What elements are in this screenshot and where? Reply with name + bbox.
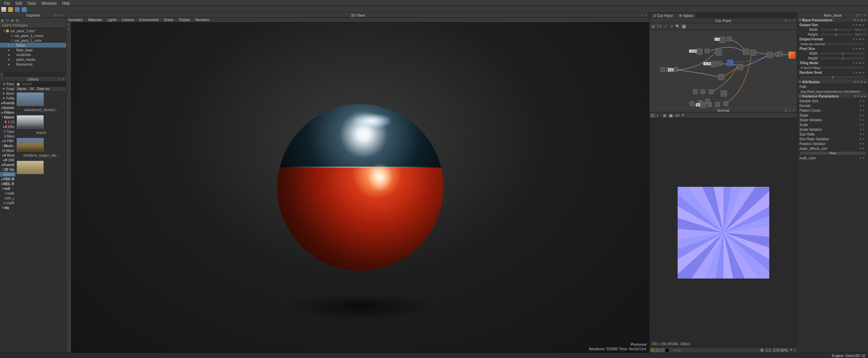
close-icon[interactable]: × <box>62 77 65 81</box>
menu-windows[interactable]: Windows <box>39 1 59 5</box>
lib-category[interactable]: Blending <box>0 134 16 139</box>
camera-icon[interactable]: ▫ <box>637 14 640 17</box>
graph-node[interactable] <box>727 60 733 66</box>
close-icon[interactable]: × <box>645 14 648 17</box>
alpha-icon[interactable]: ▪ <box>657 113 661 118</box>
lib-category[interactable]: ▼nvidia <box>0 191 16 196</box>
graph-node[interactable] <box>721 90 727 96</box>
tree-item[interactable]: ▶flake_base <box>0 48 66 52</box>
graph-node[interactable] <box>716 50 722 56</box>
uv-label[interactable]: UV <box>675 114 680 117</box>
find-icon[interactable]: i <box>1 73 2 77</box>
save-all-icon[interactable] <box>22 7 26 12</box>
info-icon[interactable]: i <box>663 24 668 29</box>
lib-category[interactable]: ▶Function Nodes <box>0 101 16 105</box>
view3d-menu-geometry[interactable]: Geometry <box>68 18 83 22</box>
graph-node[interactable] <box>727 37 732 41</box>
play-icon[interactable]: ▶ <box>1 18 4 23</box>
graph-node[interactable]: -0.05 <box>696 49 702 55</box>
lib-category[interactable]: ▶Mask Generators <box>0 148 16 153</box>
graph-node[interactable]: Sat <box>673 67 678 72</box>
footer-icon[interactable]: ▫ <box>673 348 674 352</box>
tree-item[interactable]: ▶flakes <box>0 43 66 48</box>
explorer-find-input[interactable] <box>3 73 65 77</box>
tree-item[interactable]: car_paint_1_color <box>0 38 66 43</box>
maximize-icon[interactable]: □ <box>789 109 792 112</box>
lib-category[interactable]: Transforms <box>0 129 16 134</box>
graph-node[interactable]: 50 <box>700 102 706 108</box>
settings-icon[interactable]: ⚙ <box>16 18 19 23</box>
open-icon[interactable] <box>8 7 13 12</box>
prop-param[interactable]: slope_affects_size↻▾ <box>797 146 868 151</box>
maximize-icon[interactable]: □ <box>641 14 644 17</box>
lib-category[interactable]: ★Favorites <box>0 82 16 86</box>
grid-icon[interactable]: ▦ <box>17 82 20 86</box>
lib-category[interactable]: ▶Utilities <box>0 158 16 162</box>
view3d-viewport[interactable]: Photoreal Iterations: 52/500 Time: 0m2s/… <box>71 22 649 353</box>
grid-icon[interactable]: ⊞ <box>663 113 667 118</box>
lib-category[interactable]: ▶Filters <box>0 110 16 115</box>
thumbnail-item[interactable]: airport <box>16 114 66 137</box>
normal-viewport[interactable]: 256 x 256 (RGBA, 16bpc) <box>649 118 797 347</box>
prop-param[interactable]: Position Variation↻▾ <box>797 141 868 146</box>
library-search-input[interactable] <box>20 82 65 86</box>
tree-item[interactable]: ▶Resources <box>0 62 66 67</box>
pin-icon[interactable]: ⊡ <box>785 109 788 112</box>
graph-node[interactable] <box>750 50 756 56</box>
prop-param[interactable]: Slope Variation↻▾ <box>797 118 868 122</box>
prop-param[interactable]: Density↻▾ <box>797 103 868 108</box>
column-header[interactable]: Date mo <box>35 87 51 91</box>
prop-param[interactable]: Sample Size↻▾ <box>797 99 868 103</box>
channel-icon[interactable]: ▫ <box>651 113 655 118</box>
graph-node[interactable] <box>707 102 712 107</box>
graph-node[interactable]: -0.25 <box>711 61 717 67</box>
prop-input[interactable]: 1 <box>820 56 866 60</box>
lib-category[interactable]: ▶PBR Materials <box>0 177 16 181</box>
menu-help[interactable]: Help <box>59 1 73 5</box>
cursor-tool-icon[interactable]: ↖ <box>67 28 71 31</box>
lib-category[interactable]: ▼alg <box>0 205 16 210</box>
refresh-icon[interactable]: ⟳ <box>6 18 9 23</box>
section-header[interactable]: ▼Instance Parameters↻▾■▸ <box>797 94 868 99</box>
prop-param[interactable]: multi_color↻▾ <box>797 156 868 160</box>
chevron-down-icon[interactable]: ▼ <box>682 114 684 117</box>
graph-node[interactable] <box>778 52 782 56</box>
lib-category[interactable]: 1-Click <box>0 120 16 124</box>
menu-file[interactable]: File <box>1 1 13 5</box>
zoom-icon[interactable]: 🔍 <box>675 24 680 29</box>
prop-param[interactable]: Scale Variation↻▾ <box>797 127 868 132</box>
tree-item[interactable]: ▶scratches <box>0 52 66 57</box>
graph-tab[interactable]: ❄flakes <box>676 13 696 18</box>
link-icon[interactable]: ↗ <box>669 24 674 29</box>
new-icon[interactable] <box>1 7 6 12</box>
lib-category[interactable]: ▶Effects <box>0 124 16 129</box>
lib-category[interactable]: ▶MDL Resources <box>0 181 16 186</box>
graph-canvas[interactable]: Sat-0.05-0.25501.5 <box>649 30 797 108</box>
pin-icon[interactable]: ⊡ <box>856 14 859 17</box>
chevron-down-icon[interactable]: ▼ <box>790 348 792 352</box>
prop-param[interactable]: Size Ratio↻▾ <box>797 132 868 137</box>
tile-icon[interactable]: ▦ <box>669 113 673 118</box>
view3d-menu-environment[interactable]: Environment <box>139 18 158 22</box>
channel-swatch[interactable] <box>656 348 660 352</box>
pin-icon[interactable]: ⊡ <box>785 19 788 22</box>
footer-icon[interactable]: | <box>679 348 680 352</box>
channel-swatch[interactable] <box>651 348 655 352</box>
footer-icon[interactable]: ▪ <box>675 348 676 352</box>
view3d-menu-lights[interactable]: Lights <box>107 18 116 22</box>
lib-category[interactable]: ★FxMap Nodes <box>0 96 16 101</box>
lib-category[interactable]: ▶PBR Utilities <box>0 139 16 143</box>
lib-category[interactable]: ▼Material Filters <box>0 115 16 120</box>
maximize-icon[interactable]: □ <box>58 77 61 81</box>
menu-edit[interactable]: Edit <box>13 1 25 5</box>
graph-node[interactable] <box>737 64 743 70</box>
lib-category[interactable]: ▶math <box>0 200 16 205</box>
prop-input[interactable]: 0 <box>799 75 866 79</box>
graph-node[interactable] <box>700 89 705 94</box>
maximize-icon[interactable]: □ <box>789 19 792 22</box>
lib-category[interactable]: ▼3D View <box>0 167 16 172</box>
graph-node[interactable] <box>717 61 722 66</box>
save-icon[interactable] <box>15 7 20 12</box>
graph-node[interactable] <box>693 89 698 94</box>
view3d-menu-scene[interactable]: Scene <box>164 18 173 22</box>
